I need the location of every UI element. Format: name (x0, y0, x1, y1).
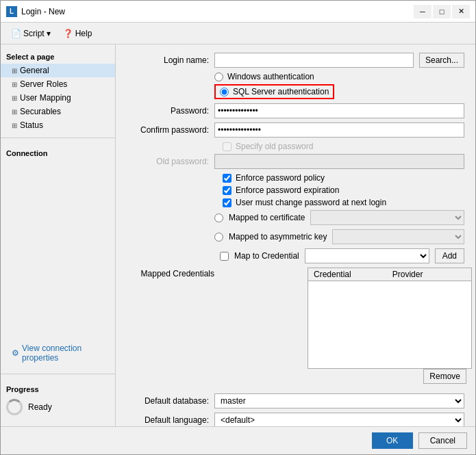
sidebar-progress: Progress Ready (1, 380, 115, 421)
old-password-label: Old password: (127, 157, 209, 166)
mapped-asym-select[interactable] (332, 229, 464, 244)
server-roles-icon: ⊞ (12, 81, 17, 88)
credential-table-wrapper: Credential Provider Remove (220, 268, 472, 389)
sidebar-item-status[interactable]: ⊞ Status (1, 118, 115, 132)
user-must-change-label: User must change password at next login (236, 198, 386, 207)
credential-table: Credential Provider (308, 268, 472, 369)
sidebar-item-server-roles[interactable]: ⊞ Server Roles (1, 77, 115, 91)
login-name-row: Login name: Search... (127, 53, 464, 68)
password-input[interactable] (214, 103, 464, 118)
status-icon: ⊞ (12, 122, 17, 129)
confirm-password-label: Confirm password: (127, 125, 209, 135)
user-must-change-checkbox[interactable] (223, 198, 231, 207)
progress-title: Progress (6, 385, 110, 393)
title-bar-left: L Login - New (6, 6, 65, 17)
script-icon: 📄 (11, 29, 21, 38)
login-name-label: Login name: (127, 55, 209, 65)
script-button[interactable]: 📄 Script ▾ (6, 27, 55, 40)
sidebar-item-securables[interactable]: ⊞ Securables (1, 105, 115, 118)
help-button[interactable]: ❓ Help (58, 27, 97, 40)
maximize-button[interactable]: □ (433, 5, 451, 18)
connection-title: Connection (6, 149, 110, 157)
default-database-select[interactable]: master (214, 393, 464, 408)
help-label: Help (75, 29, 92, 38)
add-button[interactable]: Add (435, 248, 464, 263)
close-button[interactable]: ✕ (452, 5, 470, 18)
map-credential-checkbox[interactable] (220, 252, 229, 261)
minimize-button[interactable]: ─ (414, 5, 431, 18)
sidebar-spacer (1, 163, 115, 338)
view-connection-label: View connection properties (22, 343, 104, 363)
general-icon: ⊞ (12, 67, 17, 75)
ok-button[interactable]: OK (372, 432, 413, 449)
windows-auth-row: Windows authentication (127, 72, 464, 81)
mapped-asym-radio[interactable] (214, 233, 223, 242)
connection-props-icon: ⚙ (12, 348, 19, 358)
sidebar-sections: Select a page ⊞ General ⊞ Server Roles ⊞… (1, 50, 115, 421)
default-database-row: Default database: master (127, 393, 464, 408)
credential-col-header: Credential (314, 270, 351, 279)
window-icon: L (6, 6, 17, 17)
default-database-label: Default database: (127, 396, 209, 406)
sidebar-divider-1 (1, 138, 115, 138)
main-content: Login name: Search... Windows authentica… (116, 44, 475, 426)
sql-auth-highlight-box: SQL Server authentication (214, 84, 334, 99)
enforce-expiration-checkbox[interactable] (223, 186, 231, 195)
progress-status-label: Ready (28, 402, 52, 412)
default-language-select[interactable]: <default> (214, 413, 464, 426)
user-must-change-row: User must change password at next login (127, 198, 464, 207)
sql-auth-label: SQL Server authentication (233, 87, 329, 96)
window-title: Login - New (21, 7, 65, 16)
login-name-input[interactable] (214, 53, 414, 68)
mapped-asym-label: Mapped to asymmetric key (229, 232, 327, 242)
title-bar: L Login - New ─ □ ✕ (1, 1, 475, 23)
securables-icon: ⊞ (12, 108, 17, 116)
remove-button[interactable]: Remove (423, 369, 466, 384)
password-row: Password: (127, 103, 464, 118)
windows-auth-radio[interactable] (214, 73, 223, 81)
sidebar-item-user-mapping[interactable]: ⊞ User Mapping (1, 91, 115, 105)
default-language-row: Default language: <default> (127, 413, 464, 426)
enforce-expiration-row: Enforce password expiration (127, 185, 464, 195)
mapped-asym-row: Mapped to asymmetric key (127, 229, 464, 244)
old-password-input[interactable] (214, 154, 464, 169)
provider-col-header: Provider (392, 270, 423, 279)
mapped-cert-row: Mapped to certificate (127, 210, 464, 225)
enforce-policy-checkbox[interactable] (223, 174, 231, 183)
sql-auth-row-wrapper: SQL Server authentication (127, 84, 464, 99)
specify-old-password-row: Specify old password (127, 142, 464, 151)
sidebar-item-user-mapping-label: User Mapping (20, 93, 71, 103)
sidebar-item-general-label: General (20, 66, 49, 75)
specify-old-password-checkbox[interactable] (223, 142, 231, 151)
progress-status-area: Ready (6, 399, 110, 415)
enforce-policy-label: Enforce password policy (236, 173, 325, 183)
credential-table-header: Credential Provider (308, 268, 471, 281)
footer: OK Cancel (1, 426, 475, 454)
mapped-credentials-label: Mapped Credentials (127, 268, 214, 278)
title-bar-controls: ─ □ ✕ (414, 5, 470, 18)
map-credential-label: Map to Credential (234, 251, 299, 261)
map-credential-row: Map to Credential Add (127, 248, 464, 263)
sql-auth-radio[interactable] (220, 88, 229, 96)
view-connection-link[interactable]: ⚙ View connection properties (6, 341, 110, 365)
search-button[interactable]: Search... (419, 53, 464, 68)
enforce-policy-row: Enforce password policy (127, 173, 464, 183)
sidebar: Select a page ⊞ General ⊞ Server Roles ⊞… (1, 44, 116, 426)
user-mapping-icon: ⊞ (12, 94, 17, 102)
cancel-button[interactable]: Cancel (418, 432, 467, 449)
dropdown-arrow-icon: ▾ (47, 29, 51, 38)
confirm-password-input[interactable] (214, 122, 464, 138)
mapped-cert-radio[interactable] (214, 213, 223, 222)
progress-spinner (6, 399, 23, 415)
script-label: Script (23, 29, 45, 38)
enforce-expiration-label: Enforce password expiration (236, 185, 339, 195)
sidebar-divider-2 (1, 374, 115, 374)
mapped-cert-select[interactable] (310, 210, 464, 225)
map-credential-select[interactable] (305, 248, 429, 263)
old-password-row: Old password: (127, 154, 464, 169)
default-language-label: Default language: (127, 415, 209, 425)
confirm-password-row: Confirm password: (127, 122, 464, 138)
sidebar-item-general[interactable]: ⊞ General (1, 64, 115, 77)
main-window: L Login - New ─ □ ✕ 📄 Script ▾ ❓ Help Se… (0, 0, 476, 455)
remove-row: Remove (220, 369, 472, 384)
